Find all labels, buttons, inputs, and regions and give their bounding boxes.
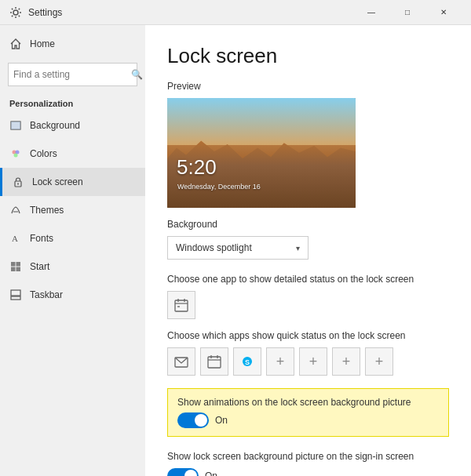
- preview-sky: [167, 98, 356, 145]
- preview-date: Wednesday, December 16: [177, 183, 261, 191]
- svg-rect-11: [16, 262, 21, 267]
- background-dropdown-value: Windows spotlight: [176, 242, 252, 253]
- animations-toggle-label: On: [215, 415, 228, 426]
- sign-in-toggle-label: On: [205, 471, 217, 476]
- search-icon: 🔍: [131, 69, 143, 80]
- svg-text:S: S: [245, 358, 250, 366]
- quick-status-add-3[interactable]: +: [332, 347, 360, 376]
- sidebar-lock-label: Lock screen: [32, 176, 83, 187]
- sidebar-item-lock-screen[interactable]: Lock screen: [0, 168, 145, 196]
- close-button[interactable]: ✕: [425, 0, 462, 25]
- themes-icon: [9, 204, 22, 216]
- chevron-down-icon: ▾: [296, 244, 300, 253]
- animations-section: Show animations on the lock screen backg…: [167, 388, 449, 437]
- svg-rect-20: [177, 306, 180, 307]
- sidebar-background-label: Background: [30, 120, 80, 131]
- home-icon: [9, 38, 22, 50]
- quick-status-add-4[interactable]: +: [365, 347, 393, 376]
- fonts-icon: A: [9, 232, 22, 245]
- sidebar-start-label: Start: [30, 261, 49, 272]
- svg-point-0: [13, 10, 18, 15]
- sidebar-themes-label: Themes: [30, 205, 64, 216]
- svg-rect-14: [11, 296, 20, 300]
- svg-rect-15: [11, 290, 20, 296]
- main-content: Lock screen Preview 5:20 Wednesday, Dece…: [145, 25, 471, 476]
- svg-rect-2: [11, 122, 20, 129]
- svg-rect-12: [11, 267, 16, 272]
- svg-rect-13: [16, 267, 21, 272]
- titlebar-title: Settings: [28, 7, 353, 18]
- sign-in-section: Show lock screen background picture on t…: [167, 445, 449, 476]
- background-icon: [9, 119, 22, 132]
- sidebar-colors-label: Colors: [30, 148, 57, 159]
- svg-point-7: [17, 183, 19, 185]
- sign-in-toggle[interactable]: [167, 468, 199, 476]
- quick-status-add-2[interactable]: +: [299, 347, 327, 376]
- sidebar-section-title: Personalization: [0, 93, 145, 111]
- svg-rect-22: [208, 357, 221, 368]
- animations-label: Show animations on the lock screen backg…: [177, 397, 439, 408]
- preview-image: 5:20 Wednesday, December 16: [167, 98, 356, 208]
- detailed-status-calendar-icon[interactable]: [167, 291, 195, 319]
- background-dropdown[interactable]: Windows spotlight ▾: [167, 236, 309, 260]
- animations-toggle[interactable]: [177, 412, 209, 428]
- preview-label: Preview: [167, 81, 449, 92]
- quick-status-label: Choose which apps show quick status on t…: [167, 330, 449, 341]
- titlebar: Settings — □ ✕: [0, 0, 471, 25]
- sidebar-fonts-label: Fonts: [30, 233, 53, 244]
- sidebar-item-home[interactable]: Home: [0, 28, 145, 60]
- sidebar-item-background[interactable]: Background: [0, 111, 145, 140]
- svg-rect-10: [11, 262, 16, 267]
- page-title: Lock screen: [167, 44, 449, 68]
- sidebar-item-colors[interactable]: Colors: [0, 140, 145, 168]
- quick-status-add-1[interactable]: +: [266, 347, 294, 376]
- window-controls: — □ ✕: [353, 0, 462, 25]
- taskbar-icon: [9, 289, 22, 301]
- quick-status-mail-icon[interactable]: [167, 347, 195, 376]
- sign-in-label: Show lock screen background picture on t…: [167, 451, 449, 462]
- lock-icon: [12, 176, 24, 188]
- search-box[interactable]: 🔍: [8, 63, 137, 86]
- animations-toggle-row: On: [177, 412, 439, 428]
- sidebar-item-taskbar[interactable]: Taskbar: [0, 281, 145, 309]
- sidebar-home-label: Home: [30, 38, 55, 49]
- animations-toggle-thumb: [195, 414, 207, 427]
- start-icon: [9, 260, 22, 273]
- svg-point-5: [14, 154, 18, 158]
- quick-status-skype-icon[interactable]: S: [233, 347, 261, 376]
- background-label: Background: [167, 219, 449, 230]
- search-input[interactable]: [13, 69, 131, 80]
- sign-in-toggle-row: On: [167, 468, 449, 476]
- settings-app-icon: [9, 6, 22, 19]
- sidebar-item-themes[interactable]: Themes: [0, 196, 145, 224]
- minimize-button[interactable]: —: [353, 0, 389, 25]
- sidebar-item-fonts[interactable]: A Fonts: [0, 224, 145, 253]
- colors-icon: [9, 147, 22, 160]
- maximize-button[interactable]: □: [389, 0, 425, 25]
- sidebar: Home 🔍 Personalization Background: [0, 25, 145, 476]
- preview-time: 5:20: [177, 155, 217, 180]
- app-body: Home 🔍 Personalization Background: [0, 25, 471, 476]
- quick-status-calendar-icon[interactable]: [200, 347, 228, 376]
- svg-text:A: A: [12, 234, 18, 243]
- sidebar-item-start[interactable]: Start: [0, 253, 145, 281]
- detailed-status-label: Choose one app to show detailed status o…: [167, 274, 449, 285]
- svg-rect-16: [175, 300, 188, 311]
- sidebar-taskbar-label: Taskbar: [30, 289, 63, 300]
